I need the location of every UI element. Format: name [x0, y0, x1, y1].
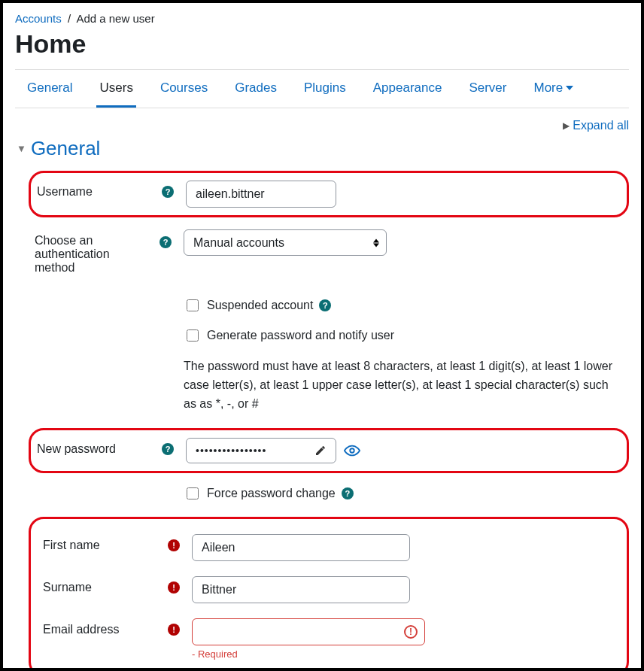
chevron-down-icon	[566, 84, 573, 92]
tab-grades[interactable]: Grades	[232, 70, 280, 108]
page-title: Home	[15, 29, 629, 59]
breadcrumb-separator: /	[68, 12, 71, 25]
row-checkboxes: Suspended account ? Generate password an…	[29, 287, 629, 421]
label-auth-method: Choose an authentication method	[35, 234, 140, 275]
svg-point-0	[350, 449, 354, 454]
triangle-down-icon: ▼	[17, 143, 26, 154]
checkbox-force-password-change[interactable]	[187, 487, 199, 499]
input-new-password[interactable]: ••••••••••••••••	[186, 438, 336, 463]
label-email: Email address	[43, 623, 119, 636]
row-force-change: Force password change ?	[29, 481, 629, 506]
label-generate-password: Generate password and notify user	[207, 329, 394, 342]
help-icon[interactable]: ?	[319, 299, 331, 311]
row-new-password: New password ? ••••••••••••••••	[29, 428, 629, 473]
tab-users[interactable]: Users	[96, 70, 135, 108]
tab-more[interactable]: More	[530, 70, 576, 108]
help-icon[interactable]: ?	[162, 443, 174, 455]
breadcrumb: Accounts / Add a new user	[15, 12, 629, 25]
checkbox-generate-password[interactable]	[187, 329, 199, 342]
tab-server[interactable]: Server	[466, 70, 509, 108]
input-surname[interactable]	[192, 576, 410, 603]
label-username: Username	[37, 185, 93, 199]
eye-icon[interactable]	[344, 442, 360, 459]
required-icon: !	[168, 624, 180, 636]
breadcrumb-root-link[interactable]: Accounts	[15, 12, 62, 25]
row-names-block: First name ! Surname ! Email address !	[29, 517, 629, 671]
triangle-right-icon: ▶	[563, 120, 570, 131]
label-first-name: First name	[43, 539, 100, 552]
required-icon: !	[168, 539, 180, 551]
help-icon[interactable]: ?	[342, 487, 354, 499]
help-icon[interactable]: ?	[159, 236, 172, 248]
password-masked-value: ••••••••••••••••	[196, 445, 266, 457]
breadcrumb-current: Add a new user	[76, 12, 154, 25]
input-username[interactable]	[186, 181, 336, 208]
input-first-name[interactable]	[192, 534, 410, 561]
input-email[interactable]	[192, 618, 425, 645]
required-icon: !	[168, 581, 180, 594]
expand-all-link[interactable]: ▶ Expand all	[563, 119, 629, 132]
tab-appearance[interactable]: Appearance	[370, 70, 445, 108]
help-icon[interactable]: ?	[162, 186, 174, 198]
tab-general[interactable]: General	[24, 70, 75, 108]
error-text-email: - Required	[192, 648, 615, 660]
tabs-container: General Users Courses Grades Plugins App…	[15, 69, 629, 108]
tab-courses[interactable]: Courses	[157, 70, 211, 108]
section-header-general[interactable]: ▼ General	[17, 137, 629, 160]
pencil-icon	[314, 445, 327, 457]
error-icon: !	[404, 625, 418, 639]
password-hint-text: The password must have at least 8 charac…	[184, 357, 623, 413]
label-suspended: Suspended account	[207, 299, 313, 312]
tab-plugins[interactable]: Plugins	[301, 70, 349, 108]
checkbox-suspended[interactable]	[187, 299, 199, 311]
label-surname: Surname	[43, 581, 92, 594]
row-auth-method: Choose an authentication method ? Manual…	[29, 225, 629, 279]
select-auth-method[interactable]: Manual accounts	[184, 229, 387, 256]
expand-all-label: Expand all	[573, 119, 629, 132]
label-force-password-change: Force password change	[207, 487, 336, 500]
section-title: General	[31, 137, 101, 160]
tab-more-label: More	[533, 80, 563, 96]
row-username: Username ?	[29, 171, 629, 217]
label-new-password: New password	[37, 442, 116, 456]
